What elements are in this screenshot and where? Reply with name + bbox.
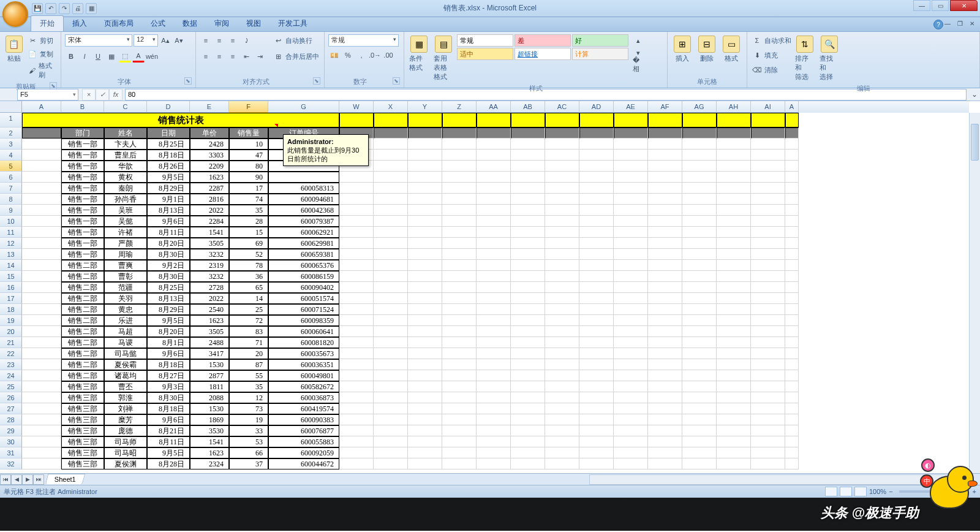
- data-cell[interactable]: 52: [229, 249, 268, 260]
- data-cell[interactable]: 72: [229, 315, 268, 326]
- data-cell[interactable]: 3505: [190, 238, 229, 249]
- data-cell[interactable]: 87: [229, 359, 268, 370]
- ribbon-restore-icon[interactable]: ❐: [954, 18, 965, 28]
- row-header[interactable]: 23: [0, 359, 22, 370]
- insert-cells-button[interactable]: ⊞插入: [671, 34, 693, 64]
- style-cell[interactable]: 常规: [457, 34, 513, 47]
- wrap-text-icon[interactable]: ↩: [272, 34, 284, 47]
- copy-icon[interactable]: 📄: [26, 48, 39, 60]
- data-cell[interactable]: 8月30日: [147, 249, 190, 260]
- data-cell[interactable]: 郭淮: [104, 392, 147, 403]
- enter-formula-icon[interactable]: ✓: [96, 89, 109, 101]
- data-cell[interactable]: 黄权: [104, 172, 147, 183]
- data-cell[interactable]: 司马师: [104, 436, 147, 447]
- next-sheet-icon[interactable]: ▶: [22, 474, 33, 485]
- data-cell[interactable]: 销售一部: [61, 216, 104, 227]
- data-cell[interactable]: 2287: [190, 183, 229, 194]
- data-cell[interactable]: 华歆: [104, 161, 147, 172]
- data-cell[interactable]: 马谡: [104, 337, 147, 348]
- autosum-icon[interactable]: Σ: [751, 34, 763, 47]
- data-cell[interactable]: 600065376: [268, 260, 339, 271]
- row-header[interactable]: 27: [0, 403, 22, 414]
- data-cell[interactable]: 销售一部: [61, 249, 104, 260]
- data-cell[interactable]: 600044672: [268, 458, 339, 469]
- align-middle-icon[interactable]: ≡: [213, 34, 225, 47]
- row-header[interactable]: 13: [0, 249, 22, 260]
- data-cell[interactable]: 黄忠: [104, 304, 147, 315]
- ribbon-tab[interactable]: 插入: [64, 16, 96, 31]
- data-cell[interactable]: 吴懿: [104, 216, 147, 227]
- ribbon-tab[interactable]: 数据: [174, 16, 206, 31]
- sheet-tab[interactable]: Sheet1: [45, 474, 85, 484]
- row-header[interactable]: 5: [0, 161, 22, 172]
- column-header[interactable]: W: [339, 101, 374, 113]
- first-sheet-icon[interactable]: ⏮: [0, 474, 11, 485]
- font-color-button[interactable]: A: [132, 50, 145, 63]
- column-headers[interactable]: ABCDEFGWXYZAAABACADAEAFAGAHAIA: [22, 101, 969, 113]
- minimize-button[interactable]: —: [913, 0, 930, 11]
- data-cell[interactable]: 庞德: [104, 425, 147, 436]
- data-cell[interactable]: 诸葛均: [104, 370, 147, 381]
- data-cell[interactable]: 80: [229, 161, 268, 172]
- data-cell[interactable]: 销售二部: [61, 326, 104, 337]
- phonetic-button[interactable]: wén: [146, 50, 158, 63]
- find-select-button[interactable]: 🔍查找和 选择: [818, 34, 840, 83]
- data-cell[interactable]: 9月6日: [147, 414, 190, 425]
- data-cell[interactable]: 刘禅: [104, 403, 147, 414]
- row-header[interactable]: 25: [0, 381, 22, 392]
- data-cell[interactable]: 600058313: [268, 183, 339, 194]
- data-cell[interactable]: 销售一部: [61, 150, 104, 161]
- bold-button[interactable]: B: [65, 50, 77, 63]
- data-cell[interactable]: 600076877: [268, 425, 339, 436]
- ribbon-tab[interactable]: 开始: [31, 15, 64, 31]
- data-cell[interactable]: 司马懿: [104, 348, 147, 359]
- data-cell[interactable]: 600036351: [268, 359, 339, 370]
- data-cell[interactable]: 20: [229, 348, 268, 359]
- normal-view-icon[interactable]: [825, 487, 837, 496]
- data-cell[interactable]: 销售一部: [61, 227, 104, 238]
- data-cell[interactable]: 范疆: [104, 282, 147, 293]
- column-header[interactable]: X: [374, 101, 408, 113]
- ribbon-tab[interactable]: 页面布局: [96, 16, 142, 31]
- data-cell[interactable]: 74: [229, 194, 268, 205]
- align-bottom-icon[interactable]: ≡: [227, 34, 239, 47]
- data-cell[interactable]: 1541: [190, 436, 229, 447]
- data-cell[interactable]: 8月30日: [147, 271, 190, 282]
- data-cell[interactable]: 600090402: [268, 282, 339, 293]
- decrease-decimal-icon[interactable]: .00: [382, 49, 394, 61]
- data-cell[interactable]: 销售二部: [61, 260, 104, 271]
- office-button[interactable]: [2, 1, 28, 27]
- format-as-table-button[interactable]: ▤套用 表格格式: [432, 34, 454, 83]
- row-header[interactable]: 22: [0, 348, 22, 359]
- data-cell[interactable]: 8月29日: [147, 183, 190, 194]
- data-cell[interactable]: 8月20日: [147, 326, 190, 337]
- data-cell[interactable]: 2877: [190, 370, 229, 381]
- data-cell[interactable]: 8月18日: [147, 359, 190, 370]
- data-cell[interactable]: 3505: [190, 326, 229, 337]
- data-cell[interactable]: 8月11日: [147, 436, 190, 447]
- cells-area[interactable]: 销售统计表部门姓名日期单价销售量订单编号销售一部卞夫人8月25日242810销售…: [22, 113, 969, 473]
- maximize-button[interactable]: ▭: [932, 0, 949, 11]
- table-header[interactable]: 单价: [190, 127, 229, 139]
- data-cell[interactable]: 2209: [190, 161, 229, 172]
- data-cell[interactable]: 1623: [190, 315, 229, 326]
- row-header[interactable]: 6: [0, 172, 22, 183]
- data-cell[interactable]: 73: [229, 403, 268, 414]
- column-header[interactable]: AA: [477, 101, 511, 113]
- zoom-out-icon[interactable]: −: [889, 488, 892, 495]
- data-cell[interactable]: 销售二部: [61, 337, 104, 348]
- data-cell[interactable]: 600079387: [268, 216, 339, 227]
- data-cell[interactable]: 乐进: [104, 315, 147, 326]
- fx-icon[interactable]: fx: [109, 89, 123, 101]
- data-cell[interactable]: 600036873: [268, 392, 339, 403]
- data-cell[interactable]: 8月21日: [147, 425, 190, 436]
- page-break-view-icon[interactable]: [854, 487, 867, 496]
- data-cell[interactable]: 3232: [190, 271, 229, 282]
- qat-button[interactable]: 💾: [32, 3, 43, 14]
- row-headers[interactable]: 1234567891011121314151617181920212223242…: [0, 113, 22, 473]
- data-cell[interactable]: 55: [229, 370, 268, 381]
- data-cell[interactable]: 600098359: [268, 315, 339, 326]
- row-header[interactable]: 30: [0, 436, 22, 447]
- qat-button[interactable]: ↷: [59, 3, 70, 14]
- row-header[interactable]: 32: [0, 458, 22, 469]
